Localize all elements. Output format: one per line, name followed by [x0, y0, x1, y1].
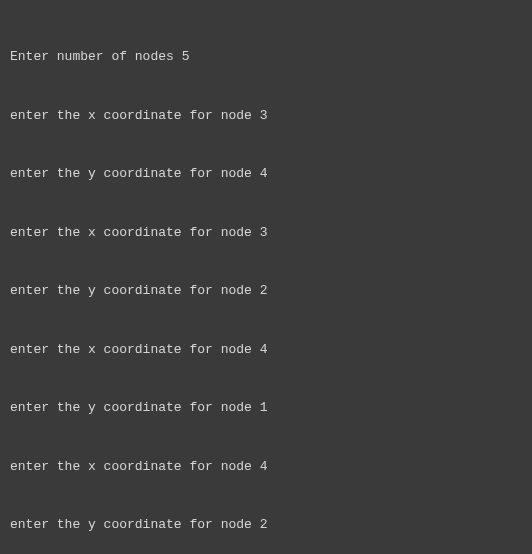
output-line: enter the y coordinate for node 1 [10, 398, 522, 418]
output-line: enter the y coordinate for node 2 [10, 281, 522, 301]
output-line: enter the y coordinate for node 4 [10, 164, 522, 184]
output-line: enter the x coordinate for node 4 [10, 457, 522, 477]
output-line: enter the x coordinate for node 3 [10, 223, 522, 243]
output-line: Enter number of nodes 5 [10, 47, 522, 67]
output-line: enter the x coordinate for node 3 [10, 106, 522, 126]
output-line: enter the y coordinate for node 2 [10, 515, 522, 535]
terminal-output: Enter number of nodes 5 enter the x coor… [10, 8, 522, 554]
output-line: enter the x coordinate for node 4 [10, 340, 522, 360]
